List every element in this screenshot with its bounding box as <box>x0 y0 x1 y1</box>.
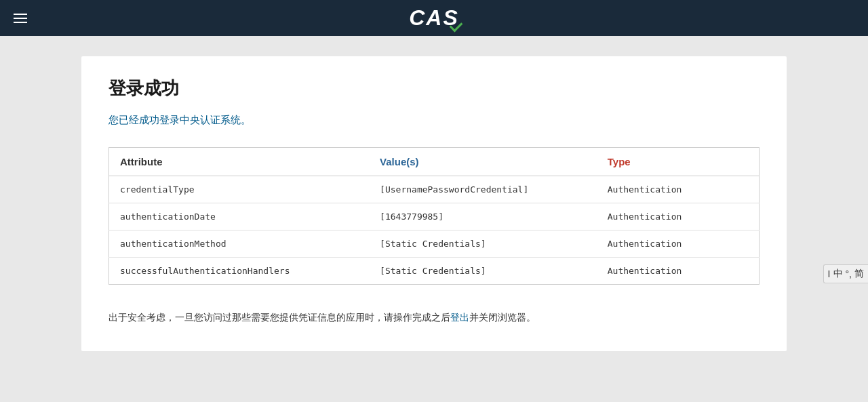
ime-toolbar: I 中 °, 简 <box>823 264 868 283</box>
col-header-values: Value(s) <box>369 148 597 176</box>
footer-text-after: 并关闭浏览器。 <box>469 312 536 323</box>
success-message: 您已经成功登录中央认证系统。 <box>108 114 760 127</box>
table-row: credentialType[UsernamePasswordCredentia… <box>109 176 760 203</box>
col-header-attribute: Attribute <box>109 148 370 176</box>
col-header-type: Type <box>597 148 760 176</box>
table-header-row: Attribute Value(s) Type <box>109 148 760 176</box>
main-content: 登录成功 您已经成功登录中央认证系统。 Attribute Value(s) T… <box>68 36 800 371</box>
ime-item-simplified[interactable]: 简 <box>854 268 864 280</box>
ime-item-punct[interactable]: °, <box>846 268 852 279</box>
cell-type: Authentication <box>597 203 760 230</box>
cell-type: Authentication <box>597 176 760 203</box>
cell-attribute: credentialType <box>109 176 370 203</box>
table-row: successfulAuthenticationHandlers[Static … <box>109 258 760 285</box>
table-row: authenticationDate[1643779985]Authentica… <box>109 203 760 230</box>
cell-type: Authentication <box>597 230 760 258</box>
header: CAS <box>0 0 868 36</box>
footer-note: 出于安全考虑，一旦您访问过那些需要您提供凭证信息的应用时，请操作完成之后登出并关… <box>108 312 760 324</box>
table-row: authenticationMethod[Static Credentials]… <box>109 230 760 258</box>
cell-attribute: authenticationMethod <box>109 230 370 258</box>
ime-item-zh[interactable]: 中 <box>833 268 843 280</box>
cell-values: [Static Credentials] <box>369 258 597 285</box>
attributes-table: Attribute Value(s) Type credentialType[U… <box>108 147 760 285</box>
ime-item-i[interactable]: I <box>828 268 831 279</box>
page-title: 登录成功 <box>108 77 760 100</box>
footer-text-before: 出于安全考虑，一旦您访问过那些需要您提供凭证信息的应用时，请操作完成之后 <box>108 312 450 323</box>
cell-attribute: authenticationDate <box>109 203 370 230</box>
menu-icon[interactable] <box>14 14 27 23</box>
cas-logo: CAS <box>409 5 459 31</box>
cell-type: Authentication <box>597 258 760 285</box>
cell-values: [1643779985] <box>369 203 597 230</box>
cell-values: [UsernamePasswordCredential] <box>369 176 597 203</box>
cell-values: [Static Credentials] <box>369 230 597 258</box>
content-card: 登录成功 您已经成功登录中央认证系统。 Attribute Value(s) T… <box>81 56 787 351</box>
cell-attribute: successfulAuthenticationHandlers <box>109 258 370 285</box>
logout-link[interactable]: 登出 <box>450 312 469 323</box>
